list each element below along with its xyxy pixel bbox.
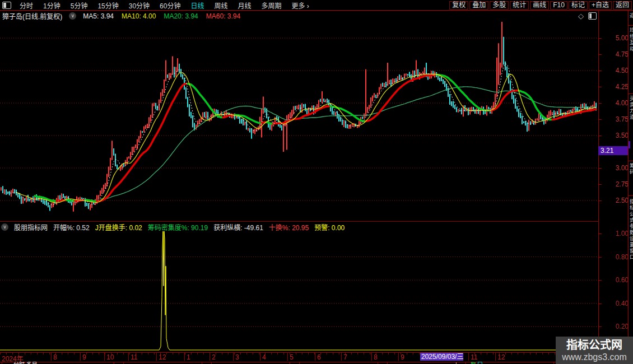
indicator-value-4: 获利纵横: -49.61 (213, 222, 263, 232)
price-label: 4.00 (602, 99, 629, 107)
strip-separator (629, 161, 633, 161)
strip-section-2[interactable]: 买卖力道 (629, 96, 633, 120)
menu-item-3[interactable]: 15分钟 (92, 1, 123, 10)
bottom-cell-border (114, 362, 114, 364)
indicator-value-6: 预警: 0.00 (314, 222, 345, 232)
date-label: 11 (471, 353, 477, 361)
chevron-down-icon[interactable]: ∨ (1, 223, 8, 231)
bottom-clipped-text-3: 口 (477, 362, 483, 364)
watermark: 指标公式网 www.zbgs3.com (556, 337, 633, 364)
price-tick (599, 54, 602, 55)
indicator-tick (599, 234, 602, 234)
bottom-cell-border (2, 362, 2, 364)
indicator-tick (599, 326, 602, 327)
date-label: 12 (497, 353, 505, 361)
toolbar-button-1[interactable]: 叠加 (469, 1, 488, 10)
ma-label-2: MA20: 3.94 (164, 12, 198, 20)
date-divider (128, 353, 129, 361)
menu-item-10[interactable]: 更多 › (287, 1, 314, 10)
bottom-cell-border (387, 362, 388, 364)
toolbar-button-4[interactable]: 画线 (530, 1, 549, 10)
menu-item-4[interactable]: 30分钟 (124, 1, 155, 10)
indicator-axis-label: 0.60 (602, 276, 629, 284)
date-minor-ticks (0, 353, 598, 354)
indicator-panel-chart[interactable] (0, 231, 598, 352)
bottom-clipped-text-0: 分时 多日 (13, 362, 38, 364)
strip-section-3[interactable]: 筹码 (629, 163, 633, 175)
period-menu: 分时1分钟5分钟15分钟30分钟60分钟日线周线月线多周期更多 › (15, 0, 314, 10)
bottom-cell-border (553, 362, 554, 364)
right-tool-strip[interactable]: 返均线互动买卖力道筹码指标公式参数设置窗口 (628, 11, 633, 364)
date-divider (210, 353, 210, 361)
toolbar-button-2[interactable]: 多股 (490, 1, 509, 10)
date-badge: 2025/09/03/三 (420, 353, 463, 361)
indicator-value-1: 开幅%: 0.52 (53, 222, 90, 232)
date-divider (260, 353, 260, 361)
date-divider (287, 353, 288, 361)
toolbar-button-7[interactable]: +自选 (589, 1, 612, 10)
price-tick (599, 71, 602, 71)
price-badge: 3.21 (598, 146, 630, 155)
bottom-cell-border (378, 362, 378, 364)
menu-item-1[interactable]: 1分钟 (38, 1, 66, 10)
indicator-value-2: J开盘换手: 0.02 (95, 222, 142, 232)
date-label: 5 (290, 353, 294, 361)
price-label: 4.25 (602, 83, 629, 91)
menu-item-6[interactable]: 日线 (185, 1, 209, 10)
stock-title: 獐子岛(日线.前复权) (2, 11, 62, 21)
window-split-icon[interactable] (2, 2, 11, 9)
price-label: 3.75 (602, 115, 629, 123)
price-label: 2.75 (602, 180, 629, 188)
menu-item-8[interactable]: 月线 (233, 1, 257, 10)
price-label: 5.00 (602, 34, 629, 42)
toolbar-button-8[interactable]: 返回 (613, 1, 632, 10)
diamond-icon[interactable]: ◇ (578, 12, 584, 20)
main-candlestick-chart[interactable] (0, 21, 598, 222)
bottom-cell-border (299, 362, 300, 364)
date-label: 12 (159, 353, 166, 361)
chevron-down-icon[interactable]: ∨ (69, 12, 76, 20)
bottom-cell-border (290, 362, 290, 364)
date-divider (156, 353, 157, 361)
menu-item-0[interactable]: 分时 (15, 1, 38, 10)
indicator-legend: 股朋指标网开幅%: 0.52J开盘换手: 0.02筹码密集度%: 90.19获利… (14, 222, 345, 232)
price-label: 3.50 (602, 132, 629, 139)
indicator-header: ∨ 股朋指标网开幅%: 0.52J开盘换手: 0.02筹码密集度%: 90.19… (1, 223, 345, 231)
date-label: 3 (235, 353, 239, 361)
chart-header: 獐子岛(日线.前复权) ∨ MA5: 3.94MA10: 4.00MA20: 3… (2, 12, 240, 20)
strip-section-4[interactable]: 指标公式参数设置窗口 (629, 199, 633, 260)
toolbar-button-6[interactable]: 标记 (569, 1, 588, 10)
date-label: 10 (106, 353, 114, 361)
date-label: 8 (374, 353, 378, 361)
menu-item-7[interactable]: 周线 (209, 1, 232, 10)
menu-item-5[interactable]: 60分钟 (155, 1, 185, 10)
indicator-axis-label: 0.40 (602, 300, 629, 307)
bottom-cell-border (211, 362, 212, 364)
toolbar-button-5[interactable]: F10 (550, 1, 567, 10)
strip-section-1[interactable]: 均线互动 (629, 27, 633, 52)
indicator-tick (599, 257, 602, 258)
menu-item-9[interactable]: 多周期 (257, 1, 287, 10)
indicator-value-0: 股朋指标网 (14, 222, 48, 232)
strip-section-0[interactable]: 返 (629, 13, 633, 19)
strip-purple-mark (629, 141, 630, 148)
date-label: 4 (262, 353, 266, 361)
date-label: 8 (53, 353, 57, 361)
price-label: 2.50 (602, 197, 629, 204)
price-tick (599, 38, 602, 39)
toolbar-button-0[interactable]: 复权 (449, 1, 468, 10)
date-label: 6 (317, 353, 321, 361)
price-tick (599, 87, 602, 87)
date-divider (80, 353, 81, 361)
price-label: 4.75 (602, 50, 629, 58)
menu-item-2[interactable]: 5分钟 (66, 1, 93, 10)
date-axis[interactable]: 2024年8910111212345678911122025/09/03/三 (0, 352, 598, 362)
panel-divider (0, 221, 598, 222)
date-label: 9 (82, 353, 86, 361)
toolbar-button-3[interactable]: 统计 (510, 1, 529, 10)
strip-separator (629, 94, 633, 94)
tdx-app: 分时1分钟5分钟15分钟30分钟60分钟日线周线月线多周期更多 › 复权叠加多股… (0, 0, 633, 364)
bottom-cell-border (202, 362, 202, 364)
pane-split-icon[interactable] (588, 12, 597, 20)
bottom-toolbar-clipped: 分时 多日⊥框口 (0, 362, 633, 364)
